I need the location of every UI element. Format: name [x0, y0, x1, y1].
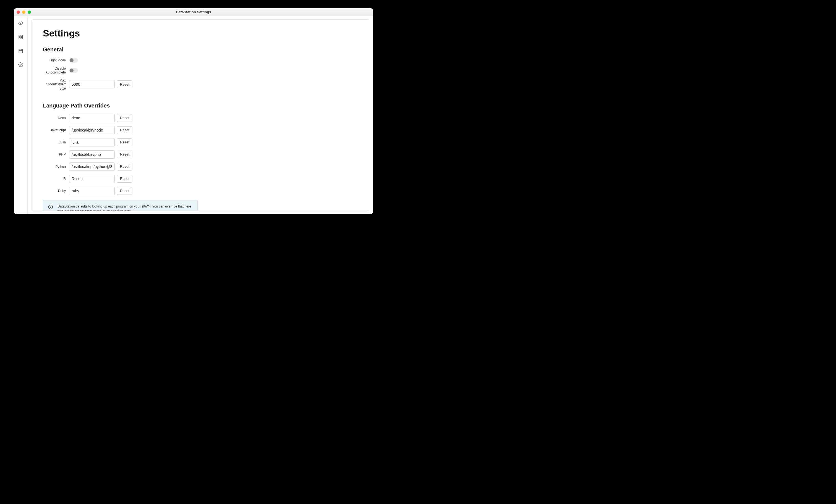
- svg-line-0: [20, 21, 21, 25]
- language-path-rows: DenoResetJavaScriptResetJuliaResetPHPRes…: [43, 114, 358, 195]
- language-path-row: RubyReset: [43, 187, 358, 195]
- max-stdout-reset-button[interactable]: Reset: [117, 80, 132, 88]
- sidebar-item-dashboard[interactable]: [18, 35, 23, 40]
- svg-point-9: [20, 64, 21, 65]
- info-text: DataStation defaults to looking up each …: [57, 204, 192, 211]
- main-area: Settings General Light Mode Disable Auto…: [27, 16, 373, 214]
- language-path-row: PythonReset: [43, 162, 358, 171]
- language-path-label: Julia: [43, 140, 69, 144]
- language-path-reset-button[interactable]: Reset: [117, 163, 132, 171]
- language-path-row: PHPReset: [43, 150, 358, 159]
- sidebar: [14, 16, 27, 214]
- sidebar-item-settings[interactable]: [18, 62, 23, 68]
- language-path-row: JavaScriptReset: [43, 126, 358, 134]
- calendar-icon: [18, 49, 23, 54]
- app-body: Settings General Light Mode Disable Auto…: [14, 16, 373, 214]
- language-path-label: Deno: [43, 116, 69, 120]
- info-text-prefix: DataStation defaults to looking up each …: [57, 205, 141, 208]
- language-path-label: Python: [43, 165, 69, 169]
- app-window: DataStation Settings: [14, 8, 373, 214]
- page-title: Settings: [43, 28, 358, 39]
- max-stdout-input[interactable]: [69, 80, 115, 89]
- light-mode-label: Light Mode: [43, 58, 69, 62]
- section-language-paths-title: Language Path Overrides: [43, 102, 358, 109]
- close-window-button[interactable]: [17, 11, 20, 14]
- language-path-label: R: [43, 177, 69, 181]
- language-path-row: JuliaReset: [43, 138, 358, 147]
- language-path-reset-button[interactable]: Reset: [117, 151, 132, 158]
- info-text-code: $PATH: [141, 205, 151, 208]
- window-title: DataStation Settings: [176, 10, 211, 14]
- language-path-row: DenoReset: [43, 114, 358, 122]
- language-path-label: PHP: [43, 153, 69, 156]
- language-path-label: JavaScript: [43, 128, 69, 132]
- titlebar: DataStation Settings: [14, 8, 373, 16]
- svg-rect-2: [21, 35, 22, 37]
- language-path-reset-button[interactable]: Reset: [117, 126, 132, 134]
- language-path-label: Ruby: [43, 189, 69, 193]
- language-path-input[interactable]: [69, 175, 115, 183]
- disable-autocomplete-toggle[interactable]: [69, 68, 78, 73]
- language-path-input[interactable]: [69, 162, 115, 171]
- svg-rect-4: [19, 38, 20, 39]
- gear-icon: [18, 62, 23, 68]
- maximize-window-button[interactable]: [27, 11, 31, 14]
- language-path-row: RReset: [43, 175, 358, 183]
- disable-autocomplete-row: Disable Autocomplete: [43, 66, 358, 75]
- code-icon: [18, 20, 23, 27]
- language-path-input[interactable]: [69, 150, 115, 159]
- sidebar-item-code[interactable]: [18, 21, 23, 26]
- max-stdout-row: Max Stdout/Stderr Size Reset: [43, 78, 358, 90]
- language-path-reset-button[interactable]: Reset: [117, 114, 132, 122]
- language-path-input[interactable]: [69, 187, 115, 195]
- svg-rect-1: [19, 35, 20, 37]
- disable-autocomplete-label: Disable Autocomplete: [43, 66, 69, 75]
- max-stdout-label: Max Stdout/Stderr Size: [43, 78, 69, 90]
- language-path-reset-button[interactable]: Reset: [117, 187, 132, 195]
- light-mode-toggle[interactable]: [69, 58, 78, 63]
- section-general-title: General: [43, 46, 358, 53]
- language-path-reset-button[interactable]: Reset: [117, 138, 132, 146]
- dashboard-icon: [18, 35, 23, 41]
- language-path-input[interactable]: [69, 126, 115, 134]
- settings-card: Settings General Light Mode Disable Auto…: [32, 19, 369, 211]
- language-path-input[interactable]: [69, 114, 115, 122]
- svg-rect-5: [19, 49, 23, 53]
- svg-rect-3: [21, 38, 22, 39]
- sidebar-item-scheduler[interactable]: [18, 49, 23, 54]
- language-path-reset-button[interactable]: Reset: [117, 175, 132, 183]
- minimize-window-button[interactable]: [22, 11, 25, 14]
- traffic-lights: [17, 11, 31, 14]
- language-path-input[interactable]: [69, 138, 115, 147]
- language-path-info: DataStation defaults to looking up each …: [43, 200, 198, 211]
- info-icon: [48, 205, 53, 210]
- light-mode-row: Light Mode: [43, 58, 358, 63]
